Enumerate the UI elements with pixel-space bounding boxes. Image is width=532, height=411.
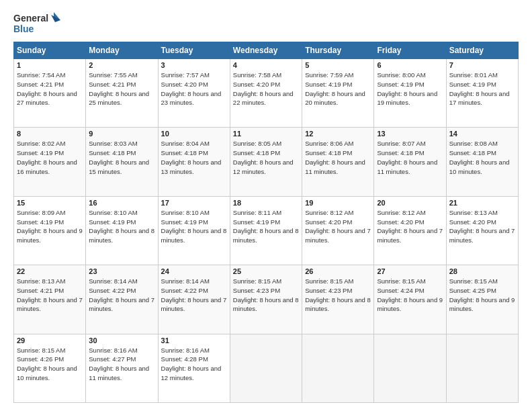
calendar-cell: 2Sunrise: 7:55 AMSunset: 4:21 PMDaylight… xyxy=(86,59,158,128)
day-info: Sunrise: 8:00 AMSunset: 4:19 PMDaylight:… xyxy=(377,71,437,106)
calendar-cell: 28Sunrise: 8:15 AMSunset: 4:25 PMDayligh… xyxy=(446,265,518,334)
day-info: Sunrise: 7:55 AMSunset: 4:21 PMDaylight:… xyxy=(89,71,149,106)
calendar-cell: 18Sunrise: 8:11 AMSunset: 4:19 PMDayligh… xyxy=(230,196,302,265)
calendar-cell: 23Sunrise: 8:14 AMSunset: 4:22 PMDayligh… xyxy=(86,265,158,334)
col-header-thursday: Thursday xyxy=(302,42,374,59)
day-info: Sunrise: 8:16 AMSunset: 4:28 PMDaylight:… xyxy=(161,347,222,381)
day-number: 29 xyxy=(17,336,83,345)
calendar-week-2: 8Sunrise: 8:02 AMSunset: 4:19 PMDaylight… xyxy=(14,128,519,196)
day-number: 30 xyxy=(89,336,154,345)
day-number: 5 xyxy=(305,61,371,69)
calendar-header-row: SundayMondayTuesdayWednesdayThursdayFrid… xyxy=(14,42,519,59)
day-info: Sunrise: 8:05 AMSunset: 4:18 PMDaylight:… xyxy=(233,140,294,175)
calendar-cell xyxy=(374,334,446,402)
calendar-cell: 21Sunrise: 8:13 AMSunset: 4:20 PMDayligh… xyxy=(446,196,518,265)
day-info: Sunrise: 8:10 AMSunset: 4:19 PMDaylight:… xyxy=(161,209,227,244)
calendar-week-4: 22Sunrise: 8:13 AMSunset: 4:21 PMDayligh… xyxy=(14,265,519,334)
day-info: Sunrise: 8:15 AMSunset: 4:24 PMDaylight:… xyxy=(377,277,443,312)
day-info: Sunrise: 7:59 AMSunset: 4:19 PMDaylight:… xyxy=(305,71,365,106)
day-info: Sunrise: 8:12 AMSunset: 4:20 PMDaylight:… xyxy=(305,209,371,244)
day-info: Sunrise: 8:01 AMSunset: 4:19 PMDaylight:… xyxy=(449,71,510,106)
day-number: 3 xyxy=(161,61,227,69)
day-number: 25 xyxy=(233,267,299,275)
svg-text:General: General xyxy=(13,13,48,24)
day-number: 9 xyxy=(89,130,154,138)
logo-svg: General Blue xyxy=(13,11,60,35)
col-header-friday: Friday xyxy=(374,42,446,59)
day-number: 1 xyxy=(17,61,83,69)
day-number: 18 xyxy=(233,199,299,207)
day-info: Sunrise: 8:15 AMSunset: 4:26 PMDaylight:… xyxy=(17,347,77,381)
calendar-cell: 4Sunrise: 7:58 AMSunset: 4:20 PMDaylight… xyxy=(230,59,302,128)
calendar-cell: 6Sunrise: 8:00 AMSunset: 4:19 PMDaylight… xyxy=(374,59,446,128)
logo: General Blue xyxy=(13,11,60,35)
day-number: 10 xyxy=(161,130,227,138)
svg-text:Blue: Blue xyxy=(13,24,34,34)
day-number: 13 xyxy=(377,130,443,138)
calendar-cell: 19Sunrise: 8:12 AMSunset: 4:20 PMDayligh… xyxy=(302,196,374,265)
day-info: Sunrise: 8:12 AMSunset: 4:20 PMDaylight:… xyxy=(377,209,443,244)
day-number: 21 xyxy=(449,199,515,207)
day-info: Sunrise: 8:10 AMSunset: 4:19 PMDaylight:… xyxy=(89,209,154,244)
day-number: 14 xyxy=(449,130,515,138)
day-number: 17 xyxy=(161,199,227,207)
day-info: Sunrise: 7:54 AMSunset: 4:21 PMDaylight:… xyxy=(17,71,77,106)
calendar-cell: 14Sunrise: 8:08 AMSunset: 4:18 PMDayligh… xyxy=(446,128,518,196)
col-header-monday: Monday xyxy=(86,42,158,59)
col-header-wednesday: Wednesday xyxy=(230,42,302,59)
day-info: Sunrise: 8:11 AMSunset: 4:19 PMDaylight:… xyxy=(233,209,299,244)
calendar-cell: 22Sunrise: 8:13 AMSunset: 4:21 PMDayligh… xyxy=(14,265,86,334)
calendar-cell: 3Sunrise: 7:57 AMSunset: 4:20 PMDaylight… xyxy=(158,59,230,128)
calendar-table: SundayMondayTuesdayWednesdayThursdayFrid… xyxy=(13,42,519,403)
day-number: 26 xyxy=(305,267,371,275)
calendar-cell: 20Sunrise: 8:12 AMSunset: 4:20 PMDayligh… xyxy=(374,196,446,265)
calendar-cell: 8Sunrise: 8:02 AMSunset: 4:19 PMDaylight… xyxy=(14,128,86,196)
day-number: 11 xyxy=(233,130,299,138)
day-info: Sunrise: 8:09 AMSunset: 4:19 PMDaylight:… xyxy=(17,209,83,244)
calendar-week-1: 1Sunrise: 7:54 AMSunset: 4:21 PMDaylight… xyxy=(14,59,519,128)
day-info: Sunrise: 8:13 AMSunset: 4:20 PMDaylight:… xyxy=(449,209,515,244)
day-number: 28 xyxy=(449,267,515,275)
day-info: Sunrise: 8:15 AMSunset: 4:25 PMDaylight:… xyxy=(449,277,515,312)
day-number: 2 xyxy=(89,61,154,69)
calendar-week-5: 29Sunrise: 8:15 AMSunset: 4:26 PMDayligh… xyxy=(14,334,519,402)
day-info: Sunrise: 8:02 AMSunset: 4:19 PMDaylight:… xyxy=(17,140,77,175)
col-header-saturday: Saturday xyxy=(446,42,518,59)
day-info: Sunrise: 7:58 AMSunset: 4:20 PMDaylight:… xyxy=(233,71,294,106)
calendar-cell: 17Sunrise: 8:10 AMSunset: 4:19 PMDayligh… xyxy=(158,196,230,265)
day-number: 8 xyxy=(17,130,83,138)
calendar-cell: 31Sunrise: 8:16 AMSunset: 4:28 PMDayligh… xyxy=(158,334,230,402)
day-number: 4 xyxy=(233,61,299,69)
calendar-cell: 11Sunrise: 8:05 AMSunset: 4:18 PMDayligh… xyxy=(230,128,302,196)
calendar-cell: 27Sunrise: 8:15 AMSunset: 4:24 PMDayligh… xyxy=(374,265,446,334)
calendar-week-3: 15Sunrise: 8:09 AMSunset: 4:19 PMDayligh… xyxy=(14,196,519,265)
day-info: Sunrise: 8:14 AMSunset: 4:22 PMDaylight:… xyxy=(89,277,154,312)
day-info: Sunrise: 8:13 AMSunset: 4:21 PMDaylight:… xyxy=(17,277,83,312)
calendar-cell: 25Sunrise: 8:15 AMSunset: 4:23 PMDayligh… xyxy=(230,265,302,334)
calendar-cell: 29Sunrise: 8:15 AMSunset: 4:26 PMDayligh… xyxy=(14,334,86,402)
day-info: Sunrise: 8:06 AMSunset: 4:18 PMDaylight:… xyxy=(305,140,365,175)
day-number: 23 xyxy=(89,267,154,275)
day-info: Sunrise: 8:08 AMSunset: 4:18 PMDaylight:… xyxy=(449,140,510,175)
calendar-cell: 5Sunrise: 7:59 AMSunset: 4:19 PMDaylight… xyxy=(302,59,374,128)
calendar-cell: 24Sunrise: 8:14 AMSunset: 4:22 PMDayligh… xyxy=(158,265,230,334)
day-info: Sunrise: 7:57 AMSunset: 4:20 PMDaylight:… xyxy=(161,71,222,106)
calendar-cell: 1Sunrise: 7:54 AMSunset: 4:21 PMDaylight… xyxy=(14,59,86,128)
header: General Blue xyxy=(13,11,519,35)
day-info: Sunrise: 8:15 AMSunset: 4:23 PMDaylight:… xyxy=(305,277,371,312)
calendar-cell: 7Sunrise: 8:01 AMSunset: 4:19 PMDaylight… xyxy=(446,59,518,128)
day-number: 6 xyxy=(377,61,443,69)
col-header-sunday: Sunday xyxy=(14,42,86,59)
calendar-cell: 10Sunrise: 8:04 AMSunset: 4:18 PMDayligh… xyxy=(158,128,230,196)
day-info: Sunrise: 8:15 AMSunset: 4:23 PMDaylight:… xyxy=(233,277,299,312)
calendar-cell: 30Sunrise: 8:16 AMSunset: 4:27 PMDayligh… xyxy=(86,334,158,402)
calendar-cell xyxy=(302,334,374,402)
day-number: 12 xyxy=(305,130,371,138)
day-number: 20 xyxy=(377,199,443,207)
day-info: Sunrise: 8:04 AMSunset: 4:18 PMDaylight:… xyxy=(161,140,222,175)
day-info: Sunrise: 8:03 AMSunset: 4:18 PMDaylight:… xyxy=(89,140,149,175)
day-number: 16 xyxy=(89,199,154,207)
day-number: 31 xyxy=(161,336,227,345)
calendar-cell: 26Sunrise: 8:15 AMSunset: 4:23 PMDayligh… xyxy=(302,265,374,334)
page: General Blue SundayMondayTuesdayWednesda… xyxy=(0,0,532,411)
